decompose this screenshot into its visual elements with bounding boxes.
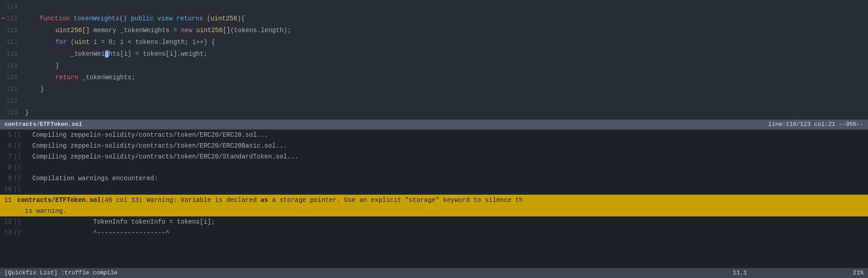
- term-line-11-cont: is warning.: [0, 206, 868, 216]
- term-content-7: Compiling zeppelin-solidity/contracts/to…: [25, 151, 868, 162]
- code-line-122: 122: [0, 95, 868, 107]
- term-line-8: 8 ||: [0, 162, 868, 173]
- line-content-119: }: [25, 60, 859, 72]
- line-content-115: function tokenWeights() public view retu…: [25, 13, 859, 24]
- code-line-119: 119 }: [0, 60, 868, 72]
- term-line-12: 12 || TokenInfo tokenInfo = tokens[i];: [0, 216, 868, 227]
- term-num-13: 13: [0, 227, 14, 238]
- term-content-9: Compilation warnings encountered:: [25, 173, 868, 184]
- main-container: 114 115 function tokenWeights() public v…: [0, 0, 868, 278]
- quickfix-label: [Quickfix List] :truffle compile: [5, 268, 118, 278]
- line-num-123: 123: [0, 107, 25, 119]
- code-line-118: 118 _tokenWeights[i] = tokens[i].weight;: [0, 48, 868, 60]
- line-content-116: uint256[] memory _tokenWeights = new uin…: [25, 24, 859, 36]
- term-num-10: 10: [0, 184, 14, 195]
- term-sep-5: ||: [14, 129, 25, 140]
- line-num-120: 120: [0, 72, 25, 83]
- term-sep-9: ||: [14, 173, 25, 184]
- code-line-120: 120 return _tokenWeights;: [0, 72, 868, 83]
- term-sep-12: ||: [14, 216, 25, 227]
- line-num-122: 122: [0, 95, 25, 107]
- term-sep-7: ||: [14, 151, 25, 162]
- line-num-119: 119: [0, 60, 25, 72]
- code-line-121: 121 }: [0, 83, 868, 95]
- term-content-10: [25, 184, 868, 195]
- term-sep-13: ||: [14, 227, 25, 238]
- term-line-6: 6 || Compiling zeppelin-solidity/contrac…: [0, 140, 868, 151]
- term-num-5: 5: [0, 129, 14, 140]
- code-line-116: 116 uint256[] memory _tokenWeights = new…: [0, 24, 868, 36]
- line-content-121: }: [25, 83, 859, 95]
- line-num-114: 114: [0, 1, 25, 13]
- editor-status-bar: contracts/ETFToken.sol line:118/123 col:…: [0, 120, 868, 129]
- line-content-117: for (uint i = 0; i < tokens.length; i++)…: [25, 36, 859, 48]
- term-num-8: 8: [0, 162, 14, 173]
- editor-position: line:118/123 col:21 --95%--: [768, 120, 863, 129]
- line-num-121: 121: [0, 83, 25, 95]
- term-content-13: ^------------------^: [25, 227, 868, 238]
- quickfix-bar: [Quickfix List] :truffle compile 11,1 21…: [0, 268, 868, 278]
- term-line-5: 5 || Compiling zeppelin-solidity/contrac…: [0, 129, 868, 140]
- line-content-118: _tokenWeights[i] = tokens[i].weight;: [25, 48, 859, 60]
- term-content-12: TokenInfo tokenInfo = tokens[i];: [25, 216, 868, 227]
- term-num-6: 6: [0, 140, 14, 151]
- term-num-7: 7: [0, 151, 14, 162]
- term-sep-8: ||: [14, 162, 25, 173]
- line-num-115: 115: [0, 13, 25, 24]
- code-line-115: 115 function tokenWeights() public view …: [0, 13, 868, 24]
- quickfix-percent: 21%: [853, 269, 863, 276]
- term-content-11: contracts/ETFToken.sol|46 col 13| Warnin…: [17, 195, 868, 206]
- term-line-9: 9 || Compilation warnings encountered:: [0, 173, 868, 184]
- term-sep-6: ||: [14, 140, 25, 151]
- term-sep-10: ||: [14, 184, 25, 195]
- term-content-8: [25, 162, 868, 173]
- term-line-10: 10 ||: [0, 184, 868, 195]
- term-line-11: 11 contracts/ETFToken.sol|46 col 13| War…: [0, 195, 868, 206]
- line-num-118: 118: [0, 48, 25, 60]
- line-content-120: return _tokenWeights;: [25, 72, 859, 83]
- terminal-area: 5 || Compiling zeppelin-solidity/contrac…: [0, 129, 868, 268]
- line-num-116: 116: [0, 24, 25, 36]
- line-num-117: 117: [0, 36, 25, 48]
- quickfix-position: 11,1 21%: [733, 268, 863, 278]
- code-line-114: 114: [0, 1, 868, 13]
- editor-filename: contracts/ETFToken.sol: [5, 120, 82, 129]
- term-content-6: Compiling zeppelin-solidity/contracts/to…: [25, 140, 868, 151]
- line-content-123: }: [25, 107, 859, 119]
- term-num-12: 12: [0, 216, 14, 227]
- term-content-5: Compiling zeppelin-solidity/contracts/to…: [25, 129, 868, 140]
- term-num-11: 11: [0, 195, 14, 206]
- term-content-11-cont: is warning.: [17, 206, 868, 216]
- code-line-123: 123 }: [0, 107, 868, 119]
- code-editor[interactable]: 114 115 function tokenWeights() public v…: [0, 0, 868, 120]
- code-line-117: 117 for (uint i = 0; i < tokens.length; …: [0, 36, 868, 48]
- term-num-9: 9: [0, 173, 14, 184]
- term-line-13: 13 || ^------------------^: [0, 227, 868, 238]
- term-line-7: 7 || Compiling zeppelin-solidity/contrac…: [0, 151, 868, 162]
- quickfix-pos: 11,1: [733, 269, 747, 276]
